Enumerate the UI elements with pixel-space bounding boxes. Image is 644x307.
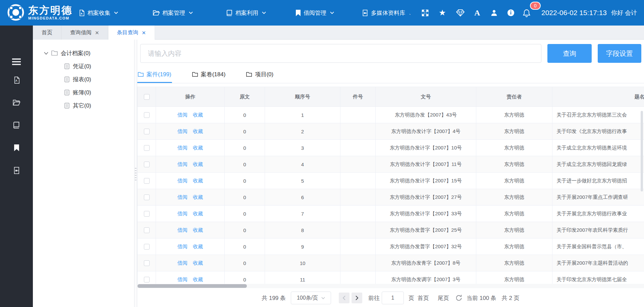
page-size-select[interactable]: 100条/页 (291, 292, 331, 304)
borrow-link[interactable]: 借阅 (177, 145, 187, 151)
favorite-link[interactable]: 收藏 (193, 128, 203, 135)
subtab-folders[interactable]: 案卷(184) (192, 66, 226, 83)
menu-archive-manage[interactable]: 档案管理 (153, 0, 193, 26)
favorite-link[interactable]: 收藏 (193, 178, 203, 184)
search-button[interactable]: 查询 (547, 44, 592, 63)
favorite-link[interactable]: 收藏 (193, 145, 203, 151)
row-checkbox[interactable] (144, 277, 150, 282)
favorite-link[interactable]: 收藏 (193, 161, 203, 168)
favorite-link[interactable]: 收藏 (193, 276, 203, 283)
row-checkbox[interactable] (144, 112, 150, 118)
row-checkbox[interactable] (144, 145, 150, 151)
favorite-link[interactable]: 收藏 (193, 211, 203, 217)
row-checkbox[interactable] (144, 211, 150, 217)
table-row: 借阅 收藏 0 2 东方明德办发计字【2007】4号 东方明德 关于印发《北京东… (138, 123, 644, 140)
fullscreen-button[interactable] (421, 0, 429, 26)
prev-page-button[interactable] (339, 293, 350, 303)
cell-title: 关于进一步做好北京东方明德招 (552, 173, 644, 189)
chevron-down-icon (114, 11, 118, 14)
borrow-link[interactable]: 借阅 (177, 194, 187, 201)
menu-archive-collect[interactable]: A 档案收集 (78, 0, 118, 26)
next-page-button[interactable] (352, 293, 362, 303)
info-button[interactable] (507, 0, 515, 26)
close-icon[interactable]: ✕ (142, 30, 146, 35)
tree-node-other[interactable]: 其它(0) (33, 99, 134, 112)
theme-button[interactable] (456, 0, 465, 26)
row-checkbox[interactable] (144, 129, 150, 134)
row-checkbox[interactable] (144, 162, 150, 167)
subtab-projects[interactable]: 项目(0) (246, 66, 274, 83)
tab-entry-query[interactable]: 条目查询 ✕ (108, 26, 155, 40)
menu-archive-use[interactable]: 档案利用 (226, 0, 266, 26)
tab-query-borrow[interactable]: 查询借阅 ✕ (61, 26, 108, 40)
horizontal-scrollbar-thumb[interactable] (138, 284, 247, 288)
borrow-link[interactable]: 借阅 (177, 211, 187, 217)
table-row: 借阅 收藏 0 4 东方明德办发计字【2007】11号 东方明德 关于成立北京东… (138, 156, 644, 173)
goto-page-input[interactable] (382, 292, 404, 304)
panel-splitter[interactable] (134, 40, 137, 307)
favorite-link[interactable]: 收藏 (193, 194, 203, 201)
tree-node-ledger[interactable]: 账簿(0) (33, 86, 134, 99)
first-page-button[interactable]: 首页 (418, 294, 429, 302)
row-checkbox[interactable] (144, 260, 150, 266)
cell-author: 东方明德 (476, 140, 552, 156)
sidebar-item-collect[interactable]: A (0, 73, 33, 87)
cell-seq: 8 (265, 222, 340, 238)
refresh-button[interactable] (455, 294, 463, 302)
folder-open-icon (12, 99, 21, 106)
collapse-menu-button[interactable] (0, 55, 33, 69)
cell-item-no (340, 107, 376, 123)
font-size-button[interactable]: A (474, 0, 480, 26)
favorites-button[interactable]: ★ (439, 0, 446, 26)
cell-original: 0 (225, 107, 265, 123)
cell-doc-no: 东方明德办发计字【2007】15号 (376, 173, 476, 189)
close-icon[interactable]: ✕ (95, 30, 99, 35)
logo-subtitle: MINGDEDATA.COM (28, 16, 72, 20)
refresh-icon (455, 294, 463, 302)
user-button[interactable] (490, 0, 498, 26)
cell-doc-no: 东方明德办发计字【2007】11号 (376, 156, 476, 173)
borrow-link[interactable]: 借阅 (177, 244, 187, 250)
row-checkbox[interactable] (144, 178, 150, 184)
cell-original: 0 (225, 206, 265, 222)
table-row: 借阅 收藏 0 1 东方明德办发【2007】43号 东方明德 关于召开北京东方明… (138, 107, 644, 123)
favorite-link[interactable]: 收藏 (193, 244, 203, 250)
borrow-link[interactable]: 借阅 (177, 161, 187, 168)
favorite-link[interactable]: 收藏 (193, 227, 203, 233)
borrow-link[interactable]: 借阅 (177, 112, 187, 118)
borrow-link[interactable]: 借阅 (177, 276, 187, 283)
subtab-label: 案卷(184) (201, 71, 226, 78)
menu-multimedia[interactable]: 多媒体资料库 、 (362, 0, 414, 26)
select-all-checkbox[interactable] (144, 94, 150, 100)
cell-author: 东方明德 (476, 107, 552, 123)
cell-item-no (340, 123, 376, 140)
borrow-link[interactable]: 借阅 (177, 260, 187, 266)
row-checkbox[interactable] (144, 227, 150, 233)
cell-item-no (340, 206, 376, 222)
result-type-tabs: 案件(199) 案卷(184) 项目(0) (137, 66, 644, 83)
tab-home[interactable]: 首页 (33, 26, 61, 40)
borrow-link[interactable]: 借阅 (177, 178, 187, 184)
subtab-cases[interactable]: 案件(199) (137, 66, 172, 83)
menu-borrow-manage[interactable]: 借阅管理 (295, 0, 334, 26)
svg-text:A: A (15, 79, 17, 82)
borrow-link[interactable]: 借阅 (177, 128, 187, 135)
favorite-link[interactable]: 收藏 (193, 260, 203, 266)
notifications-button[interactable] (523, 0, 531, 26)
tree-node-voucher[interactable]: 凭证(0) (33, 60, 134, 73)
vertical-scrollbar-thumb[interactable] (641, 111, 643, 191)
sidebar-item-multimedia[interactable] (0, 164, 33, 177)
document-icon (64, 77, 69, 82)
tree-node-report[interactable]: 报表(0) (33, 73, 134, 86)
sidebar-item-use[interactable] (0, 118, 33, 132)
favorite-link[interactable]: 收藏 (193, 112, 203, 118)
sidebar-item-manage[interactable] (0, 96, 33, 109)
search-input[interactable] (140, 44, 541, 63)
field-settings-button[interactable]: 字段设置 (598, 44, 641, 63)
row-checkbox[interactable] (144, 194, 150, 200)
tree-node-root[interactable]: 会计档案(0) (33, 46, 134, 60)
sidebar-item-borrow[interactable] (0, 141, 33, 155)
borrow-link[interactable]: 借阅 (177, 227, 187, 233)
last-page-button[interactable]: 尾页 (438, 294, 449, 302)
row-checkbox[interactable] (144, 244, 150, 250)
